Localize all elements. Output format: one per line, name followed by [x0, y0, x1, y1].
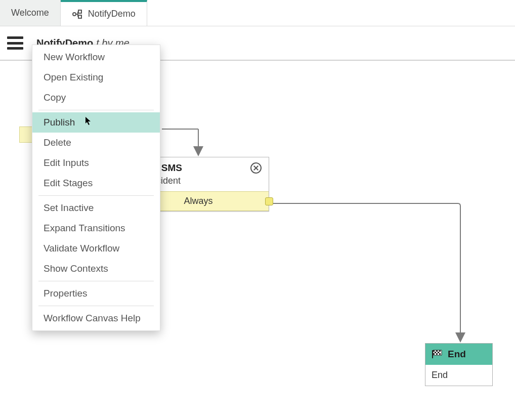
- end-body: End: [425, 365, 492, 386]
- menu-copy[interactable]: Copy: [32, 88, 160, 108]
- svg-rect-11: [439, 353, 441, 355]
- svg-rect-6: [439, 350, 441, 352]
- close-icon[interactable]: [250, 162, 262, 174]
- menu-delete[interactable]: Delete: [32, 133, 160, 153]
- svg-rect-2: [78, 15, 81, 18]
- tab-notifydemo-label: NotifyDemo: [88, 9, 136, 19]
- menu-edit-stages[interactable]: Edit Stages: [32, 173, 160, 193]
- end-title: End: [448, 349, 466, 360]
- tab-strip: Welcome NotifyDemo: [0, 0, 515, 26]
- menu-button[interactable]: [7, 36, 23, 50]
- menu-separator: [38, 110, 154, 110]
- menu-set-inactive[interactable]: Set Inactive: [32, 198, 160, 218]
- menu-edit-inputs[interactable]: Edit Inputs: [32, 153, 160, 173]
- menu-validate-workflow[interactable]: Validate Workflow: [32, 238, 160, 259]
- svg-rect-4: [433, 350, 435, 352]
- cursor-icon: [85, 116, 92, 125]
- menu-publish-label: Publish: [44, 117, 75, 128]
- end-node[interactable]: End End: [425, 343, 493, 386]
- menu-publish[interactable]: Publish: [32, 112, 160, 133]
- menu-expand-transitions[interactable]: Expand Transitions: [32, 218, 160, 238]
- menu-separator: [38, 306, 154, 306]
- workflow-icon: [72, 9, 83, 20]
- flag-icon: [432, 350, 443, 359]
- tab-notifydemo[interactable]: NotifyDemo: [61, 0, 147, 26]
- menu-separator: [38, 281, 154, 281]
- menu-canvas-help[interactable]: Workflow Canvas Help: [32, 308, 160, 328]
- tab-welcome-label: Welcome: [11, 8, 49, 18]
- menu-open-existing[interactable]: Open Existing: [32, 67, 160, 88]
- svg-rect-10: [436, 353, 438, 355]
- menu-show-contexts[interactable]: Show Contexts: [32, 259, 160, 279]
- svg-rect-1: [78, 10, 81, 13]
- svg-rect-5: [436, 350, 438, 352]
- svg-rect-7: [435, 352, 436, 353]
- svg-rect-8: [438, 352, 439, 353]
- condition-drag-handle[interactable]: [265, 197, 273, 205]
- menu-new-workflow[interactable]: New Workflow: [32, 47, 160, 67]
- svg-point-0: [73, 13, 76, 16]
- tab-welcome[interactable]: Welcome: [0, 0, 61, 26]
- activity-condition-label: Always: [184, 196, 212, 206]
- svg-rect-9: [433, 353, 435, 355]
- menu-properties[interactable]: Properties: [32, 283, 160, 304]
- context-menu: New Workflow Open Existing Copy Publish …: [32, 45, 160, 331]
- menu-separator: [38, 195, 154, 196]
